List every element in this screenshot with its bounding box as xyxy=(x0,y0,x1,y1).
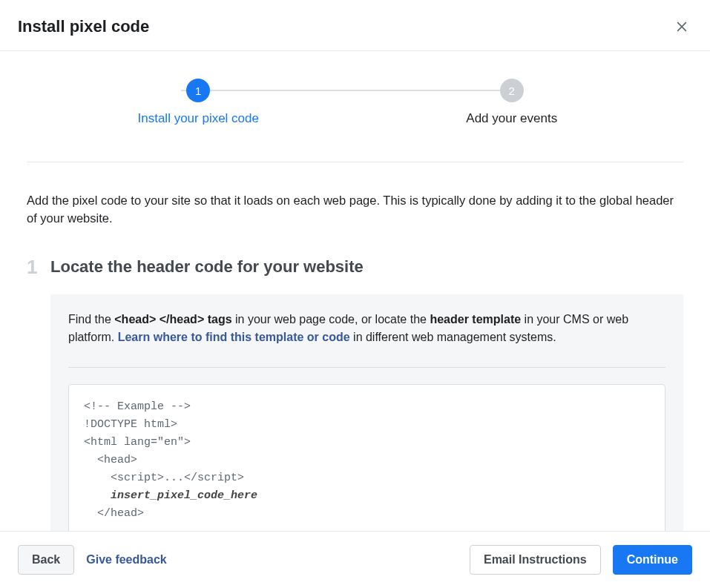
code-line-6: insert_pixel_code_here xyxy=(84,489,257,502)
step-1-label: Install your pixel code xyxy=(138,111,259,126)
close-icon xyxy=(674,19,689,34)
step-2-label: Add your events xyxy=(466,111,557,126)
desc-text-2: in your web page code, or locate the xyxy=(232,313,430,326)
code-line-3: <html lang="en"> xyxy=(84,436,191,449)
stepper: 1 Install your pixel code 2 Add your eve… xyxy=(27,79,683,162)
step-1[interactable]: 1 Install your pixel code xyxy=(42,79,355,126)
code-line-1: <!-- Example --> xyxy=(84,400,191,413)
step-2-circle: 2 xyxy=(500,79,524,102)
desc-bold-2: header template xyxy=(430,313,521,326)
code-example: <!-- Example --> !DOCTYPE html> <html la… xyxy=(68,384,665,531)
step-2[interactable]: 2 Add your events xyxy=(355,79,669,126)
modal-title: Install pixel code xyxy=(18,17,149,36)
desc-bold-1: <head> </head> tags xyxy=(114,313,231,326)
footer-right: Email Instructions Continue xyxy=(470,545,692,575)
content: 1 Install your pixel code 2 Add your eve… xyxy=(0,49,710,531)
modal-header: Install pixel code xyxy=(0,0,710,51)
scroll-region[interactable]: 1 Install your pixel code 2 Add your eve… xyxy=(0,49,710,531)
code-line-5b: ipt> xyxy=(217,472,244,484)
footer: Back Give feedback Email Instructions Co… xyxy=(0,531,710,588)
code-line-4: <head> xyxy=(84,454,137,466)
give-feedback-link[interactable]: Give feedback xyxy=(86,553,167,566)
step-1-circle: 1 xyxy=(186,79,210,102)
code-line-7: </head> xyxy=(84,507,144,520)
instruction-desc: Find the <head> </head> tags in your web… xyxy=(68,311,665,346)
desc-text-1: Find the xyxy=(68,313,114,326)
continue-button[interactable]: Continue xyxy=(613,545,692,575)
instruction-content: Locate the header code for your website … xyxy=(50,257,683,531)
intro-text: Add the pixel code to your site so that … xyxy=(27,192,683,228)
code-line-2: !DOCTYPE html> xyxy=(84,418,177,431)
footer-left: Back Give feedback xyxy=(18,545,167,575)
email-instructions-button[interactable]: Email Instructions xyxy=(470,545,601,575)
instruction-title: Locate the header code for your website xyxy=(50,257,683,277)
learn-more-link[interactable]: Learn where to find this template or cod… xyxy=(118,331,350,343)
instruction-box: Find the <head> </head> tags in your web… xyxy=(50,294,683,531)
code-line-5a: <script>...</scr xyxy=(84,472,217,484)
divider xyxy=(68,367,665,368)
back-button[interactable]: Back xyxy=(18,545,74,575)
close-button[interactable] xyxy=(671,16,692,37)
desc-text-4: in different web management systems. xyxy=(350,331,556,343)
instruction-block: 1 Locate the header code for your websit… xyxy=(27,257,683,531)
instruction-number: 1 xyxy=(27,257,42,531)
